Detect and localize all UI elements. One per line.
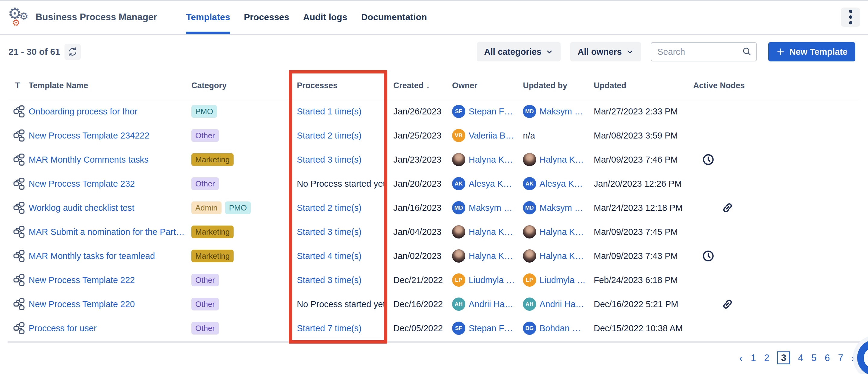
col-header-updated[interactable]: Updated (594, 81, 693, 90)
workflow-template-icon (13, 201, 25, 214)
tab-audit-logs[interactable]: Audit logs (303, 0, 347, 34)
updated-by-name-link[interactable]: Halyna K… (539, 251, 584, 261)
updated-by-name-link[interactable]: Andrii Ha… (539, 299, 584, 309)
col-header-processes[interactable]: Processes (297, 81, 393, 90)
processes-cell[interactable]: Started 2 time(s) (297, 131, 361, 141)
updated-date: Mar/27/2023 2:33 PM (594, 107, 678, 116)
updated-by-avatar (523, 153, 536, 166)
col-header-type[interactable]: T (8, 81, 29, 90)
page-3-current[interactable]: 3 (777, 351, 789, 364)
updated-by-avatar (523, 249, 536, 263)
template-name-link[interactable]: MAR Monthly Comments tasks (29, 155, 149, 165)
owner-name-link[interactable]: Stepan F… (469, 107, 513, 116)
owner-name-link[interactable]: Liudmyla … (469, 275, 515, 285)
tab-templates[interactable]: Templates (186, 0, 230, 34)
owner-avatar (452, 249, 465, 263)
template-name-link[interactable]: New Process Template 232 (29, 179, 135, 189)
chevron-down-icon (546, 48, 553, 56)
pagination-next-icon[interactable]: › (851, 352, 855, 363)
pagination-prev-icon[interactable]: ‹ (739, 352, 743, 363)
owner-cell: LPLiudmyla … (452, 273, 523, 287)
processes-cell[interactable]: Started 3 time(s) (297, 227, 361, 237)
owner-cell: SFStepan F… (452, 105, 523, 118)
clock-icon (702, 249, 715, 263)
page-7[interactable]: 7 (838, 353, 843, 363)
owner-name-link[interactable]: Valeriia B… (469, 131, 514, 141)
plus-icon (776, 47, 785, 56)
updated-by-cell: n/a (523, 131, 594, 141)
processes-cell[interactable]: Started 2 time(s) (297, 203, 361, 213)
refresh-icon[interactable] (64, 44, 81, 60)
page-1[interactable]: 1 (751, 353, 756, 363)
new-template-button[interactable]: New Template (768, 42, 855, 61)
updated-by-cell: Halyna K… (523, 225, 594, 238)
category-badges: AdminPMO (191, 201, 297, 214)
updated-by-name-link[interactable]: Alesya K… (539, 179, 583, 189)
updated-by-name-link[interactable]: Maksym … (539, 107, 583, 116)
updated-by-name-link[interactable]: Halyna K… (539, 155, 584, 165)
search-icon (742, 46, 752, 57)
help-floating-button[interactable] (857, 340, 868, 374)
col-header-template-name[interactable]: Template Name (29, 81, 191, 90)
result-count: 21 - 30 of 61 (8, 47, 60, 57)
owner-name-link[interactable]: Andrii Ha… (469, 299, 513, 309)
updated-by-name-link[interactable]: Bohdan … (539, 324, 581, 333)
table-row: New Process Template 232 Other No Proces… (8, 172, 860, 196)
processes-cell[interactable]: Started 4 time(s) (297, 251, 361, 261)
table-row: MAR Monthly Comments tasks Marketing Sta… (8, 147, 860, 172)
owner-cell: Halyna K… (452, 249, 523, 263)
template-name-link[interactable]: Worklog audit checklist test (29, 203, 134, 213)
updated-by-name-link[interactable]: Maksym … (539, 203, 583, 213)
workflow-template-icon (13, 274, 25, 286)
search-input[interactable] (651, 42, 757, 61)
owner-name-link[interactable]: Halyna K… (469, 227, 513, 237)
category-badge-admin: Admin (191, 201, 221, 214)
updated-by-cell: AHAndrii Ha… (523, 298, 594, 311)
more-options-kebab-icon[interactable] (841, 7, 860, 27)
template-name-link[interactable]: New Process Template 222 (29, 275, 135, 285)
template-name-link[interactable]: Proccess for user (29, 324, 97, 333)
owner-name-link[interactable]: Stepan F… (469, 324, 513, 333)
template-name-link[interactable]: MAR Submit a nomination for the Part… (29, 227, 184, 237)
template-name-link[interactable]: MAR Monthly tasks for teamlead (29, 251, 155, 261)
template-name-link[interactable]: New Process Template 234222 (29, 131, 150, 141)
col-header-category[interactable]: Category (191, 81, 297, 90)
col-header-owner[interactable]: Owner (452, 81, 523, 90)
owner-cell: Halyna K… (452, 153, 523, 166)
tab-processes[interactable]: Processes (244, 0, 289, 34)
updated-by-avatar: AH (523, 298, 536, 311)
owner-cell: VBValeriia B… (452, 129, 523, 142)
updated-by-name-link[interactable]: Liudmyla … (539, 275, 586, 285)
categories-filter-dropdown[interactable]: All categories (477, 42, 561, 61)
owner-avatar: SF (452, 321, 465, 335)
updated-by-cell: Halyna K… (523, 249, 594, 263)
updated-by-name-link[interactable]: Halyna K… (539, 227, 584, 237)
page-2[interactable]: 2 (764, 353, 769, 363)
owner-name-link[interactable]: Alesya K… (469, 179, 512, 189)
page-5[interactable]: 5 (811, 353, 816, 363)
tab-documentation[interactable]: Documentation (361, 0, 427, 34)
horizontal-scrollbar[interactable] (7, 341, 861, 343)
owners-filter-dropdown[interactable]: All owners (570, 42, 641, 61)
processes-cell[interactable]: Started 1 time(s) (297, 107, 361, 116)
owner-name-link[interactable]: Halyna K… (469, 155, 513, 165)
template-name-link[interactable]: Onboarding process for Ihor (29, 107, 137, 116)
owner-avatar: MD (452, 201, 465, 214)
page-4[interactable]: 4 (798, 353, 803, 363)
updated-date: Mar/09/2023 7:45 PM (594, 227, 678, 237)
updated-by-cell: Halyna K… (523, 153, 594, 166)
active-nodes-cell (693, 249, 860, 263)
processes-cell[interactable]: Started 7 time(s) (297, 324, 361, 333)
col-header-created[interactable]: Created↓ (393, 81, 452, 90)
page-6[interactable]: 6 (825, 353, 830, 363)
owner-name-link[interactable]: Maksym … (469, 203, 513, 213)
owner-name-link[interactable]: Halyna K… (469, 251, 513, 261)
sort-desc-arrow-icon: ↓ (426, 81, 430, 90)
col-header-active-nodes[interactable]: Active Nodes (693, 81, 860, 90)
workflow-template-icon (13, 105, 25, 118)
processes-cell[interactable]: Started 3 time(s) (297, 275, 361, 285)
template-name-link[interactable]: New Process Template 220 (29, 299, 135, 309)
created-date: Jan/26/2023 (393, 107, 441, 116)
col-header-updated-by[interactable]: Updated by (523, 81, 594, 90)
processes-cell[interactable]: Started 3 time(s) (297, 155, 361, 165)
